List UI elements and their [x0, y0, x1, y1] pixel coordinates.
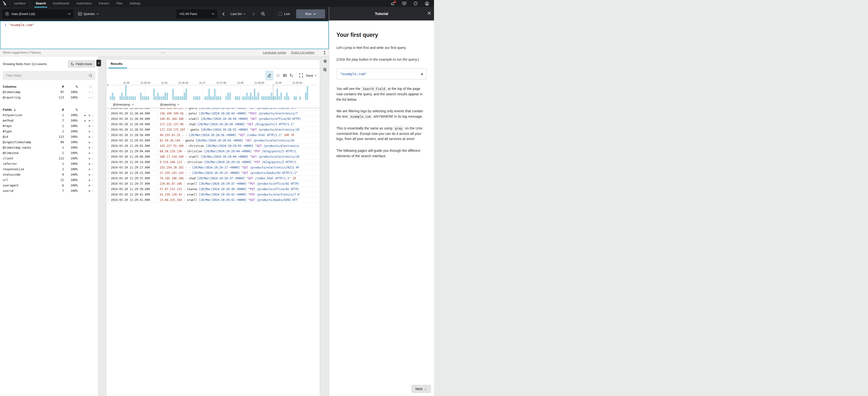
kebab-menu-icon[interactable]: ⋮	[106, 188, 111, 190]
tab-files[interactable]: Files	[113, 0, 126, 7]
column-row[interactable]: @timestamp97100%—⋮	[0, 90, 98, 95]
field-row[interactable]: method7100%★+⋮	[0, 118, 98, 123]
field-row[interactable]: referrer1100%+⋮	[0, 161, 98, 167]
table-row[interactable]: ⋮2024-03-20 11:29:06.000180.17.234.240 -…	[106, 154, 320, 159]
tab-settings[interactable]: Settings	[126, 0, 144, 7]
crosshair-icon[interactable]	[276, 73, 280, 78]
event-list-widget-link[interactable]: Event List widget	[291, 51, 315, 54]
kebab-menu-icon[interactable]: ⋮	[90, 162, 95, 166]
add-column-icon[interactable]: +	[89, 157, 90, 160]
add-column-icon[interactable]: +	[89, 140, 90, 144]
table-row[interactable]: ⋮2024-03-20 11:29:23.00027.255.141.143 -…	[106, 170, 320, 176]
kebab-menu-icon[interactable]: ⋮	[90, 91, 95, 94]
run-button[interactable]: Run ↵	[296, 9, 325, 19]
refresh-columns-icon[interactable]	[89, 85, 92, 88]
kebab-menu-icon[interactable]: ⋮	[106, 161, 111, 163]
sort-descending-icon[interactable]	[13, 108, 16, 111]
tab-automation[interactable]: Automation	[73, 0, 95, 7]
zoom-out-icon[interactable]	[261, 7, 265, 21]
play-button[interactable]: ▶	[422, 72, 423, 76]
table-row[interactable]: ⋮2024-03-20 11:28:43.000109.129.90.237 -…	[106, 108, 320, 111]
table-row[interactable]: ⋮2024-03-20 11:28:50.000117.132.137.89 -…	[106, 122, 320, 127]
add-column-icon[interactable]: +	[89, 184, 90, 188]
table-row[interactable]: ⋮2024-03-20 11:28:56.00049.155.63.25 - -…	[106, 132, 320, 138]
tab-search[interactable]: Search	[32, 0, 50, 7]
splitter-drag-handle[interactable]	[161, 51, 165, 54]
workspace-selector[interactable]: sandbox	[10, 0, 30, 7]
add-column-icon[interactable]: +	[89, 162, 90, 166]
time-back-button[interactable]	[222, 7, 225, 21]
star-icon[interactable]: ★	[84, 113, 86, 117]
tab-parsers[interactable]: Parsers	[95, 0, 113, 7]
table-row[interactable]: ⋮2024-03-20 11:28:55.000117.219.175.207 …	[106, 127, 320, 132]
feedback-icon[interactable]	[402, 2, 406, 5]
edit-pencil-icon[interactable]	[266, 70, 273, 80]
add-column-icon[interactable]: +	[89, 146, 90, 150]
table-row[interactable]: ⋮2024-03-20 11:29:04.00068.58.229.136 - …	[106, 148, 320, 154]
add-column-icon[interactable]: +	[89, 124, 90, 128]
table-row[interactable]: ⋮2024-03-20 11:29:37.00079.185.186.166 -…	[106, 176, 320, 181]
kebab-menu-icon[interactable]: ⋮	[90, 125, 95, 128]
table-row[interactable]: ⋮2024-03-20 11:28:44.000136.196.199.56 -…	[106, 111, 320, 116]
field-row[interactable]: responsesize1100%+⋮	[0, 167, 98, 172]
time-forward-button[interactable]	[253, 7, 255, 21]
timezone-dropdown[interactable]: +01:00 Paris	[176, 9, 217, 19]
add-column-icon[interactable]: +	[89, 129, 90, 133]
table-row[interactable]: ⋮2024-03-20 11:29:14.0000.214.248.113 - …	[106, 159, 320, 165]
table-row[interactable]: ⋮2024-03-20 11:29:39.00057.97.132.115 - …	[106, 187, 320, 192]
table-row[interactable]: ⋮2024-03-20 11:29:41.00013.86.225.164 - …	[106, 197, 320, 198]
table-row[interactable]: ⋮2024-03-20 11:29:03.000143.227.55.109 -…	[106, 143, 320, 148]
fullscreen-icon[interactable]	[299, 73, 303, 77]
sort-order-icon[interactable]	[289, 73, 293, 77]
kebab-menu-icon[interactable]: ⋮	[106, 193, 111, 196]
kebab-menu-icon[interactable]: ⋮	[106, 108, 111, 109]
save-button[interactable]: Save	[306, 74, 317, 77]
close-icon[interactable]	[428, 11, 431, 15]
kebab-menu-icon[interactable]: ⋮	[90, 157, 95, 160]
display-type-dropdown[interactable]: A Auto (Event List)	[2, 9, 73, 19]
column-header-rawstring[interactable]: @rawstring	[158, 103, 179, 106]
language-syntax-link[interactable]: Language syntax	[263, 51, 286, 54]
field-row[interactable]: @ingesttimestamp99100%+⋮	[0, 139, 98, 145]
events-histogram[interactable]: 4 11:2511:25:3011:2611:26:3011:2711:27:3…	[110, 81, 316, 100]
field-row[interactable]: #repo1100%+⋮	[0, 123, 98, 129]
remove-column-icon[interactable]: —	[89, 96, 90, 99]
column-row[interactable]: @rawstring113100%—⋮	[0, 95, 98, 100]
add-column-icon[interactable]: +	[89, 167, 90, 171]
query-editor[interactable]: 1 "example.com"	[0, 21, 329, 49]
add-column-icon[interactable]: +	[89, 113, 90, 117]
kebab-menu-icon[interactable]: ⋮	[90, 173, 95, 176]
field-row[interactable]: @timestamp.nanos1100%+⋮	[0, 145, 98, 150]
kebab-menu-icon[interactable]: ⋮	[90, 130, 95, 133]
table-row[interactable]: ⋮2024-03-20 11:29:37.000220.85.87.106 - …	[106, 181, 320, 187]
kebab-menu-icon[interactable]: ⋮	[106, 134, 111, 136]
add-column-icon[interactable]: +	[89, 178, 90, 182]
kebab-menu-icon[interactable]: ⋮	[90, 141, 95, 144]
crowdstrike-falcon-logo[interactable]	[0, 1, 10, 6]
kebab-menu-icon[interactable]: ⋮	[90, 96, 95, 99]
kebab-menu-icon[interactable]: ⋮	[90, 114, 95, 117]
add-column-icon[interactable]: +	[89, 151, 90, 155]
remove-column-icon[interactable]: —	[89, 90, 90, 94]
account-icon[interactable]	[425, 1, 429, 6]
field-row[interactable]: url12100%+⋮	[0, 177, 98, 183]
field-row[interactable]: statuscode9100%+⋮	[0, 172, 98, 177]
tab-dashboards[interactable]: Dashboards	[50, 0, 73, 7]
fetch-more-button[interactable]: Fetch more	[68, 60, 95, 68]
kebab-menu-icon[interactable]: ⋮	[106, 118, 111, 120]
filter-fields-input[interactable]	[6, 73, 89, 78]
add-column-icon[interactable]: +	[89, 119, 90, 123]
table-row[interactable]: ⋮2024-03-20 11:28:50.000140.95.184.180 -…	[106, 116, 320, 122]
broom-clean-icon[interactable]	[323, 60, 327, 64]
kebab-menu-icon[interactable]: ⋮	[90, 178, 95, 182]
field-row[interactable]: client112100%+⋮	[0, 156, 98, 161]
target-click-icon[interactable]	[323, 68, 327, 72]
kebab-menu-icon[interactable]: ⋮	[106, 112, 111, 115]
field-row[interactable]: @id113100%+⋮	[0, 134, 98, 139]
field-row[interactable]: useragent6100%+⋮	[0, 183, 98, 188]
time-range-dropdown[interactable]: Last 5m	[230, 7, 246, 21]
kebab-menu-icon[interactable]: ⋮	[106, 166, 111, 169]
collapse-editor-icon[interactable]	[323, 51, 326, 55]
table-row[interactable]: ⋮2024-03-20 11:29:02.00081.59.30.144 - g…	[106, 138, 320, 143]
kebab-menu-icon[interactable]: ⋮	[106, 150, 111, 153]
